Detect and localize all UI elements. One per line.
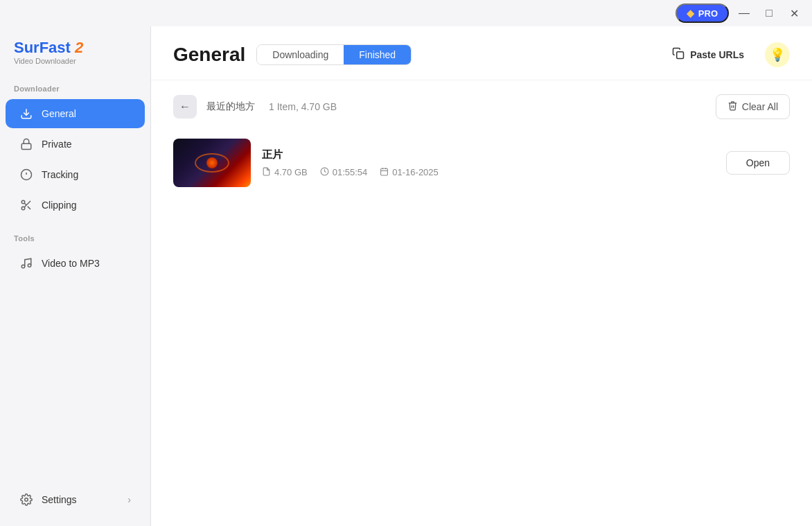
date-meta: 01-16-2025 [380, 167, 439, 178]
chevron-right-icon: › [127, 494, 131, 505]
sidebar-item-general-label: General [42, 108, 76, 119]
clock-icon [320, 167, 329, 178]
clear-all-label: Clear All [742, 101, 778, 112]
svg-point-6 [21, 207, 25, 210]
video-thumbnail [173, 139, 251, 187]
tab-finished[interactable]: Finished [344, 45, 411, 64]
app-name: SurFast 2 [14, 40, 136, 55]
tab-group: Downloading Finished [256, 44, 412, 65]
app-name-num: 2 [75, 39, 83, 56]
settings-icon [19, 493, 33, 507]
date-value: 01-16-2025 [392, 167, 439, 177]
back-button[interactable]: ← [173, 95, 197, 119]
calendar-icon [380, 167, 389, 178]
bulb-icon: 💡 [770, 47, 785, 62]
main-content: General Downloading Finished Paste URLs [151, 26, 812, 526]
music-icon [19, 256, 33, 270]
video-info: 正片 4.70 GB [262, 148, 715, 178]
trash-icon [727, 100, 738, 113]
sidebar-item-private[interactable]: Private [6, 130, 145, 159]
window-controls: ◆ PRO — □ ✕ [676, 3, 804, 23]
sidebar-bottom: Settings › [0, 484, 150, 515]
open-button[interactable]: Open [726, 151, 790, 175]
maximize-button[interactable]: □ [759, 3, 779, 23]
sidebar-logo: SurFast 2 Video Downloader [0, 26, 150, 82]
svg-line-9 [24, 203, 26, 205]
item-count: 1 Item, 4.70 GB [269, 101, 337, 112]
svg-line-8 [28, 207, 30, 209]
tab-downloading[interactable]: Downloading [257, 45, 344, 64]
app-subtitle: Video Downloader [14, 57, 136, 65]
private-icon [19, 137, 33, 151]
paste-urls-label: Paste URLs [690, 49, 744, 60]
content-area: ← 最近的地方 1 Item, 4.70 GB Clear All [151, 80, 812, 526]
tracking-icon [19, 168, 33, 182]
sidebar-item-tracking[interactable]: Tracking [6, 160, 145, 189]
svg-point-12 [25, 498, 28, 502]
svg-rect-1 [21, 143, 31, 149]
svg-point-10 [21, 265, 25, 268]
minimize-button[interactable]: — [734, 3, 754, 23]
eye-graphic [195, 153, 229, 173]
clipping-icon [19, 198, 33, 212]
settings-label: Settings [42, 494, 77, 505]
eye-pupil [206, 157, 218, 168]
file-size-meta: 4.70 GB [262, 167, 308, 178]
clear-all-button[interactable]: Clear All [716, 94, 790, 119]
page-title: General [173, 44, 245, 66]
breadcrumb-path: 最近的地方 [206, 100, 255, 113]
thumbnail-image [173, 139, 251, 187]
video-title: 正片 [262, 148, 715, 161]
sidebar-item-general[interactable]: General [6, 99, 145, 128]
file-size-value: 4.70 GB [274, 167, 308, 177]
breadcrumb-bar: ← 最近的地方 1 Item, 4.70 GB Clear All [173, 94, 790, 119]
duration-meta: 01:55:54 [320, 167, 368, 178]
paste-icon [672, 47, 685, 62]
back-arrow-icon: ← [179, 100, 191, 113]
light-bulb-button[interactable]: 💡 [765, 42, 790, 67]
pro-badge-button[interactable]: ◆ PRO [676, 3, 729, 23]
settings-item[interactable]: Settings › [6, 485, 145, 514]
sidebar: SurFast 2 Video Downloader Downloader Ge… [0, 26, 151, 526]
paste-urls-button[interactable]: Paste URLs [662, 42, 754, 67]
downloader-section-label: Downloader [0, 82, 150, 98]
main-header: General Downloading Finished Paste URLs [151, 26, 812, 80]
sidebar-item-tracking-label: Tracking [42, 169, 78, 180]
video-item: 正片 4.70 GB [173, 132, 790, 194]
sidebar-item-clipping[interactable]: Clipping [6, 191, 145, 220]
app-body: SurFast 2 Video Downloader Downloader Ge… [0, 26, 812, 526]
svg-point-11 [28, 264, 31, 268]
title-bar: ◆ PRO — □ ✕ [0, 0, 812, 26]
diamond-icon: ◆ [687, 8, 694, 19]
header-right: Paste URLs 💡 [662, 42, 790, 67]
sidebar-item-video-to-mp3[interactable]: Video to MP3 [6, 249, 145, 278]
general-icon [19, 107, 33, 121]
sidebar-item-video-to-mp3-label: Video to MP3 [42, 258, 100, 269]
sidebar-item-clipping-label: Clipping [42, 200, 77, 211]
close-button[interactable]: ✕ [784, 3, 804, 23]
svg-point-5 [21, 200, 25, 204]
sidebar-item-private-label: Private [42, 139, 72, 150]
pro-label: PRO [698, 8, 718, 19]
tools-section-label: Tools [0, 231, 150, 248]
svg-rect-13 [677, 52, 684, 59]
svg-rect-15 [381, 168, 388, 175]
duration-value: 01:55:54 [333, 167, 368, 177]
video-meta: 4.70 GB 01:55:54 [262, 167, 715, 178]
file-icon [262, 167, 271, 178]
